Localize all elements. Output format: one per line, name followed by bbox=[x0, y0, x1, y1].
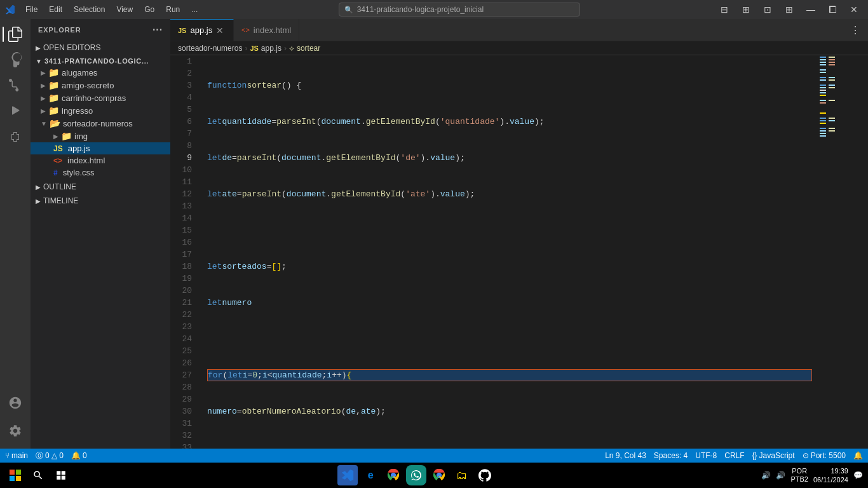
chevron-down-icon: ▼ bbox=[41, 120, 47, 127]
open-editors-section: ▶ OPEN EDITORS bbox=[31, 41, 170, 55]
menu-more[interactable]: ... bbox=[186, 4, 203, 15]
root-folder-toggle[interactable]: ▼ 3411-PRATICANDO-LOGIC... bbox=[31, 56, 170, 66]
file-app-js[interactable]: JS app.js bbox=[31, 142, 170, 154]
tab-index-html[interactable]: <> index.html bbox=[234, 19, 299, 41]
brackets-icon: {} bbox=[752, 451, 757, 460]
folder-img[interactable]: ▶ 📁 img bbox=[31, 130, 170, 142]
menu-file[interactable]: File bbox=[20, 4, 43, 15]
ln-12: 12 bbox=[170, 188, 197, 200]
taskbar-chrome2[interactable] bbox=[429, 465, 449, 485]
language-indicator[interactable]: {} JavaScript bbox=[752, 451, 795, 460]
activity-extensions[interactable] bbox=[3, 123, 28, 149]
code-content[interactable]: function sortear () { let quantidade = p… bbox=[202, 55, 817, 449]
activity-account[interactable] bbox=[3, 390, 28, 416]
lang-indicator[interactable]: POR PTB2 bbox=[790, 467, 808, 484]
errors-count[interactable]: ⓪ 0 △ 0 bbox=[36, 451, 64, 461]
search-icon: 🔍 bbox=[344, 6, 353, 14]
menu-view[interactable]: View bbox=[111, 4, 138, 15]
tab-more-icon[interactable]: ⋮ bbox=[848, 24, 863, 36]
encoding-text: UTF-8 bbox=[695, 451, 717, 460]
taskbar-edge[interactable]: e bbox=[360, 465, 381, 485]
taskbar-chrome[interactable] bbox=[383, 465, 403, 485]
taskbar-whatsapp[interactable] bbox=[406, 465, 426, 485]
folder-amigo-secreto-label: amigo-secreto bbox=[62, 81, 114, 90]
layout2-icon[interactable]: ⊞ bbox=[737, 3, 755, 16]
ln-2: 2 bbox=[170, 67, 197, 79]
folder-open-icon: 📂 bbox=[50, 118, 60, 128]
minimize-button[interactable]: — bbox=[802, 3, 820, 16]
cursor-position[interactable]: Ln 9, Col 43 bbox=[605, 451, 646, 460]
folder-icon: 📁 bbox=[48, 67, 59, 78]
ln-6: 6 bbox=[170, 116, 197, 128]
activity-source-control[interactable] bbox=[3, 72, 28, 98]
folder-sorteador-numeros[interactable]: ▼ 📂 sorteador-numeros bbox=[31, 117, 170, 130]
encoding-indicator[interactable]: UTF-8 bbox=[695, 451, 717, 460]
systray-icons[interactable]: 🔊 bbox=[761, 471, 771, 480]
maximize-button[interactable]: ⧠ bbox=[824, 3, 841, 16]
file-style-css[interactable]: # style.css bbox=[31, 166, 170, 179]
timeline-label: TIMELINE bbox=[43, 196, 78, 205]
ln-21: 21 bbox=[170, 297, 197, 309]
taskbar-vscode[interactable] bbox=[337, 465, 358, 485]
title-bar-center: 🔍 3411-praticando-logica-projeto_inicial bbox=[203, 3, 715, 17]
folder-ingresso-label: ingresso bbox=[62, 106, 93, 116]
notification-center[interactable]: 💬 bbox=[853, 471, 863, 480]
root-folder-label: 3411-PRATICANDO-LOGIC... bbox=[44, 57, 149, 65]
menu-selection[interactable]: Selection bbox=[69, 4, 110, 15]
menu-bar: File Edit Selection View Go Run ... bbox=[20, 4, 203, 15]
notification-bubble-icon: 💬 bbox=[853, 471, 863, 480]
search-taskbar[interactable] bbox=[28, 465, 48, 485]
menu-run[interactable]: Run bbox=[161, 4, 185, 15]
file-index-html[interactable]: <> index.html bbox=[31, 154, 170, 166]
open-editors-toggle[interactable]: ▶ OPEN EDITORS bbox=[31, 42, 170, 53]
timeline-toggle[interactable]: ▶ TIMELINE bbox=[31, 195, 170, 207]
activity-explorer[interactable] bbox=[3, 22, 28, 47]
notifications-count[interactable]: 🔔 0 bbox=[71, 451, 87, 460]
code-line-10: numero = obterNumeroAleatorio (de, ate); bbox=[207, 405, 812, 417]
chevron-right-icon: ▶ bbox=[41, 107, 46, 114]
line-ending-text: CRLF bbox=[724, 451, 744, 460]
activity-run-debug[interactable] bbox=[3, 98, 28, 123]
taskbar-github[interactable] bbox=[475, 465, 495, 485]
folder-carrinho-compras[interactable]: ▶ 📁 carrinho-compras bbox=[31, 92, 170, 104]
ln-19: 19 bbox=[170, 273, 197, 285]
menu-edit[interactable]: Edit bbox=[44, 4, 67, 15]
menu-go[interactable]: Go bbox=[139, 4, 159, 15]
tab-bar: JS app.js ✕ <> index.html ⋮ bbox=[170, 19, 868, 41]
close-button[interactable]: ✕ bbox=[845, 3, 863, 16]
file-style-css-label: style.css bbox=[63, 168, 95, 177]
activity-settings[interactable] bbox=[3, 418, 28, 444]
folder-alugames[interactable]: ▶ 📁 alugames bbox=[31, 66, 170, 79]
language-text: JavaScript bbox=[759, 451, 795, 460]
start-button[interactable] bbox=[5, 465, 25, 485]
tab-close-app-js[interactable]: ✕ bbox=[216, 25, 224, 36]
volume-indicator: 🔊 bbox=[776, 471, 785, 480]
folder-ingresso[interactable]: ▶ 📁 ingresso bbox=[31, 104, 170, 117]
tab-app-js[interactable]: JS app.js ✕ bbox=[170, 19, 234, 41]
taskbar-left bbox=[5, 465, 71, 485]
outline-toggle[interactable]: ▶ OUTLINE bbox=[31, 181, 170, 193]
layout-icon[interactable]: ⊟ bbox=[715, 3, 733, 16]
layout3-icon[interactable]: ⊡ bbox=[759, 3, 776, 16]
chevron-right-icon: ▶ bbox=[53, 133, 58, 140]
sidebar-more-icon[interactable]: ··· bbox=[153, 24, 163, 36]
ln-11: 11 bbox=[170, 176, 197, 188]
bell-indicator[interactable]: 🔔 bbox=[853, 451, 863, 460]
task-view-button[interactable] bbox=[51, 465, 71, 485]
svg-rect-3 bbox=[16, 476, 21, 481]
global-search-bar[interactable]: 🔍 3411-praticando-logica-projeto_inicial bbox=[339, 3, 580, 17]
ln-30: 30 bbox=[170, 405, 197, 417]
volume-icon[interactable]: 🔊 bbox=[776, 471, 785, 480]
spaces-indicator[interactable]: Spaces: 4 bbox=[654, 451, 688, 460]
line-ending-indicator[interactable]: CRLF bbox=[724, 451, 744, 460]
layout4-icon[interactable]: ⊞ bbox=[780, 3, 798, 16]
taskbar: e 🗂 bbox=[0, 463, 868, 488]
port-indicator[interactable]: ⊙ Port: 5500 bbox=[803, 451, 846, 460]
datetime-display[interactable]: 19:39 06/11/2024 bbox=[813, 466, 848, 485]
folder-amigo-secreto[interactable]: ▶ 📁 amigo-secreto bbox=[31, 79, 170, 92]
taskbar-files[interactable]: 🗂 bbox=[452, 465, 472, 485]
git-branch[interactable]: ⑂ main bbox=[5, 451, 28, 460]
ln-1: 1 bbox=[170, 55, 197, 67]
activity-search[interactable] bbox=[3, 47, 28, 72]
title-bar-right: ⊟ ⊞ ⊡ ⊞ — ⧠ ✕ bbox=[715, 3, 863, 16]
